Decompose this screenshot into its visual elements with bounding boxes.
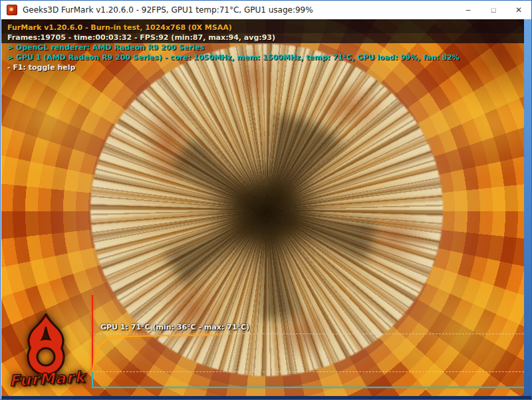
window-controls: – □ ✕ bbox=[456, 1, 531, 19]
maximize-button[interactable]: □ bbox=[481, 1, 506, 19]
gpu-temp-label: GPU 1: 71°C (min: 36°C - max: 71°C) bbox=[100, 323, 249, 332]
window-right-border bbox=[524, 19, 532, 396]
furmark-window: Geeks3D FurMark v1.20.6.0 - 92FPS, GPU1 … bbox=[0, 0, 532, 400]
close-button[interactable]: ✕ bbox=[506, 1, 531, 19]
render-area: FurMark v1.20.6.0 - Burn-in test, 1024x7… bbox=[1, 19, 524, 396]
flame-donut-icon bbox=[8, 313, 81, 374]
titlebar[interactable]: Geeks3D FurMark v1.20.6.0 - 92FPS, GPU1 … bbox=[1, 1, 531, 19]
window-bottom-border bbox=[1, 396, 532, 400]
furmark-logo: FurMark bbox=[8, 313, 94, 396]
furmark-logo-text: FurMark bbox=[9, 368, 86, 389]
minimize-button[interactable]: – bbox=[456, 1, 481, 19]
furmark-app-icon[interactable] bbox=[7, 5, 17, 15]
window-title: Geeks3D FurMark v1.20.6.0 - 92FPS, GPU1 … bbox=[23, 5, 313, 15]
